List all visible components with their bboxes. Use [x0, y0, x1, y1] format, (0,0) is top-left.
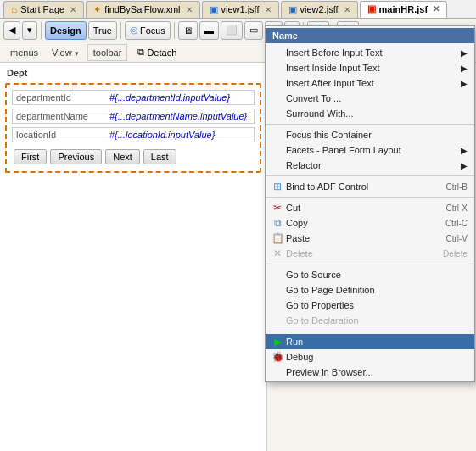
dept-id-label: departmentId — [16, 92, 109, 103]
ctx-run[interactable]: ▶ Run — [266, 334, 474, 349]
arrow-icon: ▶ — [461, 48, 468, 58]
jsff-icon: ▣ — [210, 4, 218, 15]
bind-icon: ⊞ — [271, 180, 284, 193]
go-page-def-label: Go to Page Definition — [286, 285, 375, 295]
focus-icon: ◎ — [130, 25, 138, 36]
tab-main-hr[interactable]: ▣ mainHR.jsf ✕ — [360, 1, 447, 18]
tab-label: view1.jsff — [221, 4, 260, 14]
tab-close-view1[interactable]: ✕ — [265, 5, 272, 14]
chevron-down-icon: ▾ — [27, 25, 32, 36]
layout2-btn[interactable]: ⬜ — [221, 21, 243, 40]
cut-label: Cut — [286, 203, 300, 213]
layout3-btn[interactable]: ▭ — [244, 21, 263, 40]
context-menu: Name Insert Before Input Text ▶ Insert I… — [265, 25, 475, 382]
menu-toolbar[interactable]: toolbar — [87, 44, 128, 61]
menu-menus[interactable]: menus — [3, 45, 45, 60]
go-properties-label: Go to Properties — [286, 300, 354, 310]
ctx-go-page-def[interactable]: Go to Page Definition — [266, 282, 474, 298]
separator — [41, 22, 42, 39]
debug-label: Debug — [286, 352, 313, 362]
layout1-btn[interactable]: ▬ — [199, 21, 219, 40]
true-mode-btn[interactable]: True — [88, 21, 117, 40]
run-label: Run — [286, 337, 303, 347]
separator3 — [266, 197, 474, 198]
tab-label: findBySalFlow.xml — [104, 4, 180, 14]
monitor-btn[interactable]: 🖥 — [178, 21, 198, 40]
go-declaration-label: Go to Declaration — [286, 315, 359, 326]
nav-dropdown-btn[interactable]: ▾ — [22, 21, 37, 40]
tab-bar: ⌂ Start Page ✕ ✦ findBySalFlow.xml ✕ ▣ v… — [0, 0, 476, 19]
refactor-label: Refactor — [286, 160, 322, 170]
focus-label: Focus — [140, 25, 165, 36]
tab-close-view2[interactable]: ✕ — [344, 5, 350, 14]
ctx-insert-after[interactable]: Insert After Input Text ▶ — [266, 75, 474, 91]
ctx-insert-inside[interactable]: Insert Inside Input Text ▶ — [266, 60, 474, 75]
dept-name-label: departmentName — [16, 111, 109, 121]
last-button[interactable]: Last — [143, 149, 176, 164]
menu-view[interactable]: View ▾ — [45, 45, 86, 60]
arrow-icon: ▶ — [461, 79, 468, 88]
ctx-go-source[interactable]: Go to Source — [266, 267, 474, 282]
context-menu-header: Name — [266, 28, 474, 43]
ctx-bind-adf[interactable]: ⊞ Bind to ADF Control Ctrl-B — [266, 179, 474, 194]
tab-view2[interactable]: ▣ view2.jsff ✕ — [281, 1, 358, 18]
separator1 — [266, 124, 474, 125]
ctx-cut[interactable]: ✂ Cut Ctrl-X — [266, 200, 474, 215]
tab-view1[interactable]: ▣ view1.jsff ✕ — [202, 1, 279, 18]
jsff2-icon: ▣ — [288, 4, 297, 15]
separator5 — [266, 331, 474, 331]
tab-label: Start Page — [20, 4, 64, 14]
separator2 — [266, 175, 474, 176]
surround-with-label: Surround With... — [286, 109, 353, 119]
copy-icon: ⧉ — [271, 216, 284, 230]
arrow-icon: ▶ — [461, 146, 468, 155]
tab-close-main[interactable]: ✕ — [433, 4, 440, 14]
detach-btn[interactable]: ⧉ Detach — [132, 44, 182, 60]
debug-icon: 🐞 — [271, 350, 284, 364]
menus-label: menus — [10, 47, 38, 58]
separator2 — [120, 22, 121, 39]
next-button[interactable]: Next — [105, 149, 140, 164]
separator3 — [174, 22, 175, 39]
tab-start-page[interactable]: ⌂ Start Page ✕ — [3, 1, 84, 18]
tab-close-xml[interactable]: ✕ — [186, 5, 193, 14]
true-label: True — [93, 25, 112, 36]
ctx-debug[interactable]: 🐞 Debug — [266, 349, 474, 365]
ctx-focus-container[interactable]: Focus this Container — [266, 127, 474, 142]
main-area: Dept departmentId #{...departmentId.inpu… — [0, 63, 476, 451]
nav-back-btn[interactable]: ◀ — [3, 21, 20, 40]
copy-label: Copy — [286, 218, 308, 228]
design-mode-btn[interactable]: Design — [45, 21, 87, 40]
scissors-icon: ✂ — [271, 201, 284, 214]
tab-label: view2.jsff — [300, 4, 339, 14]
facets-label: Facets - Panel Form Layout — [286, 145, 401, 155]
ctx-paste[interactable]: 📋 Paste Ctrl-V — [266, 231, 474, 246]
ctx-refactor[interactable]: Refactor ▶ — [266, 158, 474, 173]
detach-icon: ⧉ — [137, 47, 144, 58]
ctx-copy[interactable]: ⧉ Copy Ctrl-C — [266, 215, 474, 231]
ctx-surround-with[interactable]: Surround With... — [266, 106, 474, 121]
cut-shortcut: Ctrl-X — [445, 203, 468, 213]
tab-label: mainHR.jsf — [379, 4, 428, 14]
focus-btn[interactable]: ◎ Focus — [125, 21, 171, 40]
delete-icon: ✕ — [271, 247, 284, 260]
ctx-convert-to[interactable]: Convert To ... — [266, 91, 474, 106]
ctx-insert-before[interactable]: Insert Before Input Text ▶ — [266, 45, 474, 60]
tab-close-start[interactable]: ✕ — [70, 5, 76, 14]
arrow-left-icon: ◀ — [8, 25, 15, 36]
arrow-icon: ▶ — [461, 161, 468, 170]
ctx-preview[interactable]: Preview in Browser... — [266, 365, 474, 380]
ctx-go-properties[interactable]: Go to Properties — [266, 298, 474, 313]
dept-name-value: #{...departmentName.inputValue} — [109, 111, 247, 121]
location-id-label: locationId — [16, 130, 109, 140]
copy-shortcut: Ctrl-C — [445, 219, 468, 228]
ctx-facets[interactable]: Facets - Panel Form Layout ▶ — [266, 142, 474, 158]
tab-find-by-sal[interactable]: ✦ findBySalFlow.xml ✕ — [86, 1, 199, 18]
dept-id-value: #{...departmentId.inputValue} — [109, 92, 230, 103]
previous-button[interactable]: Previous — [50, 149, 102, 164]
bind-adf-label: Bind to ADF Control — [286, 181, 368, 192]
go-source-label: Go to Source — [286, 270, 341, 280]
form-row-department-name: departmentName #{...departmentName.input… — [12, 109, 255, 124]
first-button[interactable]: First — [14, 149, 47, 164]
focus-container-label: Focus this Container — [286, 130, 372, 140]
